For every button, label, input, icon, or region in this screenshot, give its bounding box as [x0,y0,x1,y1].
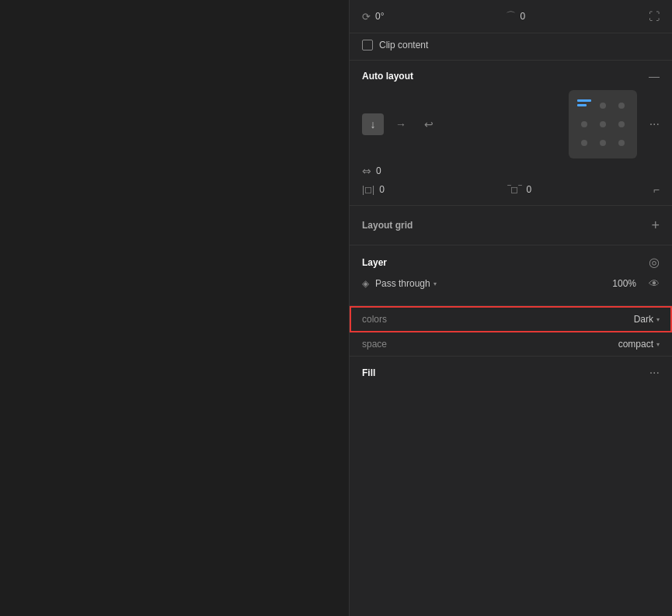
layer-title: Layer [362,257,387,268]
transform-row: ⟳ 0° ⌒ 0 ⛶ [350,0,672,33]
right-panel: ⟳ 0° ⌒ 0 ⛶ Clip content Auto layout — ↓ … [350,0,672,616]
padding-height-value[interactable]: 0 [526,184,531,195]
align-cell-mid-left[interactable] [575,115,594,134]
colors-variable-dropdown-arrow: ▾ [656,316,660,323]
padding-row: |◻| 0 ‾◻‾ 0 ⌐ [362,183,660,196]
padding-corner-icon[interactable]: ⌐ [653,183,660,196]
align-cell-bot-right[interactable] [612,134,631,152]
colors-variable-value-container[interactable]: Dark ▾ [634,314,660,325]
direction-wrap-button[interactable]: ↩ [418,113,440,135]
corner-radius-value[interactable]: 0 [521,11,539,22]
rotation-field: ⟳ 0° [362,11,493,23]
expand-corners-icon[interactable]: ⛶ [649,10,660,23]
spacing-value[interactable]: 0 [376,165,381,176]
align-cell-bot-left[interactable] [575,134,594,152]
align-cell-top-left[interactable] [575,96,594,115]
padding-height-icon: ‾◻‾ [507,184,521,195]
space-variable-row[interactable]: space compact ▾ [350,332,672,357]
align-cell-bot-center[interactable] [594,134,612,152]
layer-settings-icon[interactable]: ◎ [649,255,660,270]
fill-more-icon[interactable]: ··· [649,366,660,380]
auto-layout-title: Auto layout [362,71,413,82]
clip-content-row: Clip content [350,33,672,61]
layout-grid-add-button[interactable]: + [651,218,660,232]
corner-radius-icon: ⌒ [506,9,516,23]
direction-right-button[interactable]: → [390,113,412,135]
padding-width-icon: |◻| [362,184,374,195]
direction-down-button[interactable]: ↓ [362,113,384,135]
layer-header: Layer ◎ [362,255,660,270]
colors-variable-row[interactable]: colors Dark ▾ [350,306,672,332]
layout-grid-title: Layout grid [362,220,413,231]
spacing-row: ⇔ 0 [362,165,660,177]
corner-radius-field: ⌒ 0 [506,9,637,23]
padding-height-field: ‾◻‾ 0 [507,184,634,195]
fill-title: Fill [362,367,375,378]
clip-content-checkbox[interactable] [362,40,373,50]
auto-layout-collapse-icon[interactable]: — [649,70,660,82]
blend-mode-label: Pass through [375,278,430,289]
align-grid [569,90,637,158]
blend-opacity-icon: ◈ [362,278,369,289]
visibility-toggle-icon[interactable]: 👁 [649,277,660,290]
blend-mode-row: ◈ Pass through ▾ 100% 👁 [362,277,660,290]
rotation-icon: ⟳ [362,11,371,23]
blend-mode-select[interactable]: Pass through ▾ [375,278,606,289]
auto-layout-more-button[interactable]: ··· [649,117,660,131]
align-cell-mid-right[interactable] [612,115,631,134]
direction-align-container: ↓ → ↩ [362,90,660,158]
blend-mode-dropdown-arrow: ▾ [433,280,437,287]
colors-variable-value: Dark [634,314,653,325]
clip-content-label: Clip content [379,40,428,50]
auto-layout-section: Auto layout — ↓ → ↩ [350,61,672,206]
layer-section: Layer ◎ ◈ Pass through ▾ 100% 👁 [350,245,672,306]
layout-grid-section: Layout grid + [350,206,672,245]
opacity-value[interactable]: 100% [612,278,636,289]
padding-width-field: |◻| 0 [362,184,489,195]
space-variable-key: space [362,339,387,350]
rotation-value[interactable]: 0° [375,11,394,22]
align-cell-top-right[interactable] [612,96,631,115]
space-variable-value-container[interactable]: compact ▾ [618,339,660,350]
space-variable-value: compact [618,339,653,350]
space-variable-dropdown-arrow: ▾ [656,341,660,348]
spacing-icon: ⇔ [362,165,371,177]
align-cell-mid-center[interactable] [594,115,612,134]
padding-width-value[interactable]: 0 [379,184,385,195]
align-cell-top-center[interactable] [594,96,612,115]
auto-layout-header: Auto layout — [362,70,660,82]
fill-section: Fill ··· [350,357,672,389]
colors-variable-key: colors [362,314,387,325]
direction-controls: ↓ → ↩ [362,113,562,135]
left-panel [0,0,350,616]
